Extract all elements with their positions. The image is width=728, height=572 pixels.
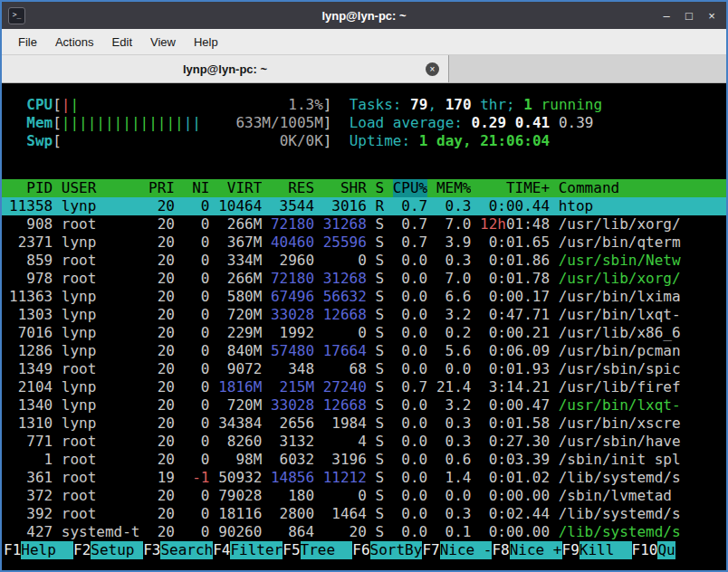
cell-mem: 0.3 — [436, 433, 472, 451]
cell-user: lynp — [62, 396, 140, 415]
tab-close-icon[interactable]: × — [426, 62, 439, 76]
cell-shr: 25596 — [323, 234, 367, 252]
cell-ni: 0 — [184, 234, 210, 252]
cell-mem: 6.6 — [436, 288, 472, 306]
process-row-11358[interactable]: 11358lynp2001046435443016R0.70.30:00.44h… — [2, 197, 726, 215]
swap-meter-line: Swp[0K/0K]Uptime: 1 day, 21:06:04 — [2, 132, 726, 150]
menu-item-help[interactable]: Help — [185, 32, 227, 52]
menu-item-file[interactable]: File — [9, 32, 46, 52]
cell-virt: 79028 — [218, 487, 262, 505]
fkey-f4[interactable]: F4Filter — [213, 541, 283, 559]
cell-cpu: 0.0 — [393, 342, 428, 360]
process-row-1303[interactable]: 1303lynp200720M3302812668S0.03.20:47.71/… — [2, 306, 726, 324]
col-header-user[interactable]: USER — [62, 179, 140, 197]
process-row-7016[interactable]: 7016lynp200229M19920S0.00.20:00.21/usr/l… — [2, 324, 726, 342]
process-row-427[interactable]: 427systemd-t2009026086420S0.00.10:00.00/… — [2, 523, 726, 541]
cell-mem: 3.9 — [436, 234, 472, 252]
process-row-771[interactable]: 771root200826031324S0.00.30:27.30/usr/sb… — [2, 433, 726, 451]
cell-ni: 0 — [184, 487, 210, 505]
cell-cpu: 0.0 — [393, 324, 428, 342]
cell-pid: 1303 — [9, 306, 53, 324]
cell-cpu: 0.0 — [393, 523, 428, 541]
cell-cpu: 0.0 — [393, 415, 428, 433]
menu-item-actions[interactable]: Actions — [46, 32, 103, 52]
menu-item-view[interactable]: View — [141, 32, 185, 52]
process-row-1[interactable]: 1root20098M60323196S0.00.60:03.39/sbin/i… — [2, 451, 726, 469]
menu-bar: File Actions Edit View Help — [2, 29, 726, 55]
cell-pri: 19 — [148, 469, 175, 487]
cell-pri: 20 — [148, 270, 175, 288]
col-header-pri[interactable]: PRI — [148, 179, 175, 197]
title-bar[interactable]: >_ lynp@lyn-pc: ~ – □ × — [2, 2, 726, 29]
col-header-ni[interactable]: NI — [184, 179, 210, 197]
process-row-2371[interactable]: 2371lynp200367M4046025596S0.73.90:01.65/… — [2, 234, 726, 252]
fkey-f3[interactable]: F3Search — [143, 541, 213, 559]
cell-command: /usr/sbin/have — [559, 433, 726, 451]
fkey-f7[interactable]: F7Nice - — [422, 541, 492, 559]
process-row-1286[interactable]: 1286lynp200840M5748017664S0.05.60:06.09/… — [2, 342, 726, 360]
fkey-f8[interactable]: F8Nice + — [492, 541, 561, 559]
cell-command: /lib/systemd/s — [559, 523, 726, 541]
process-row-1310[interactable]: 1310lynp2003438426561984S0.00.30:01.58/u… — [2, 415, 726, 433]
process-row-11363[interactable]: 11363lynp200580M6749656632S0.06.60:00.17… — [2, 288, 726, 306]
cell-mem: 0.3 — [436, 197, 472, 215]
cell-s: S — [375, 487, 384, 505]
cell-user: root — [62, 469, 140, 487]
cell-shr: 0 — [323, 487, 367, 505]
col-header-virt[interactable]: VIRT — [218, 179, 262, 197]
fkey-f6[interactable]: F6SortBy — [352, 541, 422, 559]
cell-mem: 7.0 — [436, 215, 472, 234]
terminal-screen[interactable]: CPU[||1.3%]Tasks: 79, 170 thr; 1 running… — [2, 83, 726, 570]
process-row-2104[interactable]: 2104lynp2001816M215M27240S0.721.43:14.21… — [2, 378, 726, 396]
cell-user: lynp — [62, 324, 140, 342]
fkey-f1[interactable]: F1Help — [4, 541, 73, 559]
cell-ni: -1 — [184, 469, 210, 487]
fkey-f10[interactable]: F10Qu — [632, 541, 675, 559]
menu-item-edit[interactable]: Edit — [103, 32, 141, 52]
tab-shell-session[interactable]: lynp@lyn-pc: ~ × — [2, 55, 449, 82]
cell-command: htop — [559, 197, 726, 215]
cell-virt: 9072 — [218, 360, 262, 378]
close-button[interactable]: × — [703, 9, 721, 23]
cell-user: root — [62, 487, 140, 505]
cell-res: 2960 — [271, 252, 314, 270]
cell-pid: 1310 — [9, 415, 53, 433]
cell-virt: 367M — [218, 234, 262, 252]
cell-pri: 20 — [148, 342, 175, 360]
col-header-cpu[interactable]: CPU% — [393, 179, 428, 197]
col-header-command[interactable]: Command — [559, 179, 726, 197]
cell-shr: 20 — [323, 523, 367, 541]
cell-virt: 98M — [218, 451, 262, 469]
cell-cpu: 0.7 — [393, 378, 428, 396]
cell-time: 0:02.44 — [480, 505, 550, 523]
cell-s: S — [375, 451, 384, 469]
col-header-shr[interactable]: SHR — [323, 179, 367, 197]
maximize-button[interactable]: □ — [680, 9, 698, 23]
cell-mem: 21.4 — [436, 378, 472, 396]
cell-command: /usr/bin/xscre — [559, 415, 726, 433]
fkey-f5[interactable]: F5Tree — [283, 541, 352, 559]
fkey-f9[interactable]: F9Kill — [562, 541, 632, 559]
col-header-pid[interactable]: PID — [9, 179, 53, 197]
col-header-time[interactable]: TIME+ — [480, 179, 550, 197]
process-row-978[interactable]: 978root200266M7218031268S0.07.00:01.78/u… — [2, 270, 726, 288]
cell-s: S — [375, 505, 384, 523]
cell-mem: 0.3 — [436, 505, 472, 523]
cell-s: S — [375, 234, 384, 252]
fkey-f2[interactable]: F2Setup — [73, 541, 143, 559]
process-row-859[interactable]: 859root200334M29600S0.00.30:01.86/usr/sb… — [2, 252, 726, 270]
cell-pid: 771 — [9, 433, 53, 451]
col-header-mem[interactable]: MEM% — [436, 179, 472, 197]
process-row-1349[interactable]: 1349root200907234868S0.00.00:01.93/usr/s… — [2, 360, 726, 378]
cell-shr: 1984 — [323, 415, 367, 433]
cell-cpu: 0.0 — [393, 270, 428, 288]
col-header-res[interactable]: RES — [271, 179, 314, 197]
col-header-s[interactable]: S — [375, 179, 384, 197]
process-row-361[interactable]: 361root19-1509321485611212S0.01.40:01.02… — [2, 469, 726, 487]
process-row-908[interactable]: 908root200266M7218031268S0.77.012h01:48/… — [2, 215, 726, 234]
minimize-button[interactable]: – — [657, 9, 675, 23]
process-row-392[interactable]: 392root2001811628001464S0.00.30:02.44/li… — [2, 505, 726, 523]
process-row-1340[interactable]: 1340lynp200720M3302812668S0.03.20:00.47/… — [2, 396, 726, 415]
process-row-372[interactable]: 372root200790281800S0.00.00:00.00/sbin/l… — [2, 487, 726, 505]
cell-command: /usr/bin/pcman — [559, 342, 726, 360]
